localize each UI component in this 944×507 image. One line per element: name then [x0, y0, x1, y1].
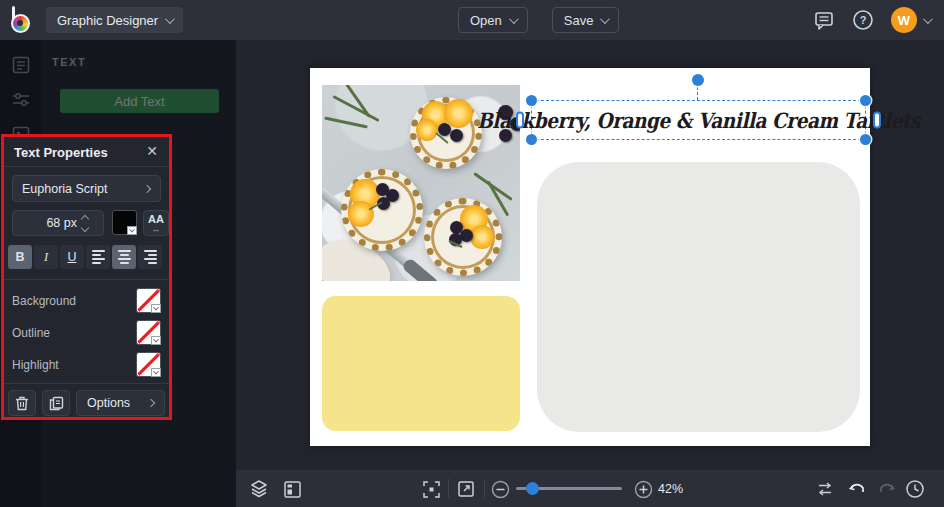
- delete-button[interactable]: [8, 390, 36, 416]
- compare-button[interactable]: [814, 478, 836, 500]
- plus-circle-icon: [634, 480, 653, 499]
- bold-button[interactable]: B: [8, 245, 32, 269]
- underline-button[interactable]: U: [60, 245, 84, 269]
- redo-button[interactable]: [876, 478, 898, 500]
- zoom-percentage: 42%: [658, 482, 683, 496]
- clock-icon: [905, 479, 925, 499]
- chevron-down-icon: [165, 14, 175, 24]
- outline-color-swatch[interactable]: [136, 320, 161, 345]
- copy-icon: [49, 396, 64, 411]
- befunky-logo-icon: [10, 6, 34, 34]
- text-properties-panel: Text Properties ✕ Euphoria Script AA ↔ B…: [1, 134, 172, 420]
- undo-button[interactable]: [846, 478, 868, 500]
- design-page[interactable]: Blackberry, Orange & Vanilla Cream Tartl…: [310, 68, 870, 446]
- italic-button[interactable]: I: [34, 245, 58, 269]
- resize-handle-nw[interactable]: [526, 95, 537, 106]
- question-icon: ?: [852, 9, 874, 31]
- font-name: Euphoria Script: [13, 182, 144, 196]
- avatar: W: [891, 7, 917, 33]
- text-content: Blackberry, Orange & Vanilla Cream Tartl…: [477, 108, 920, 133]
- layers-icon: [249, 479, 269, 499]
- swatch-dropdown: [151, 304, 161, 313]
- swatch-dropdown: [151, 368, 161, 377]
- svg-text:?: ?: [860, 14, 867, 26]
- close-icon[interactable]: ✕: [143, 142, 161, 160]
- font-size-stepper[interactable]: [82, 216, 88, 231]
- canvas-area[interactable]: Blackberry, Orange & Vanilla Cream Tartl…: [236, 40, 944, 470]
- align-right-icon: [144, 250, 157, 264]
- compare-arrows-icon: [815, 481, 835, 497]
- app-menu-button[interactable]: Graphic Designer: [46, 7, 183, 33]
- fit-screen-button[interactable]: [420, 478, 442, 500]
- history-button[interactable]: [904, 478, 926, 500]
- app-menu-label: Graphic Designer: [57, 13, 158, 28]
- background-label: Background: [12, 294, 76, 308]
- background-row: Background: [12, 288, 161, 313]
- letter-case-button[interactable]: AA ↔: [143, 210, 169, 236]
- text-color-swatch[interactable]: [112, 210, 137, 235]
- resize-handle-w[interactable]: [516, 112, 524, 129]
- fit-screen-icon: [422, 480, 441, 499]
- highlight-row: Highlight: [12, 352, 161, 377]
- font-size-input[interactable]: [13, 211, 77, 235]
- zoom-slider-knob[interactable]: [526, 482, 539, 495]
- chevron-down-icon: [600, 14, 610, 24]
- align-center-icon: [118, 250, 131, 264]
- minus-circle-icon: [491, 480, 510, 499]
- align-right-button[interactable]: [138, 245, 162, 269]
- swatch-dropdown: [151, 336, 161, 345]
- chat-icon: [813, 9, 835, 31]
- highlight-label: Highlight: [12, 358, 59, 372]
- rotation-handle[interactable]: [692, 74, 704, 86]
- options-button[interactable]: Options: [76, 390, 165, 416]
- highlight-color-swatch[interactable]: [136, 352, 161, 377]
- open-in-new-icon: [457, 480, 475, 498]
- bottom-toolbar: 42%: [236, 470, 944, 507]
- templates-button[interactable]: [281, 478, 303, 500]
- save-button[interactable]: Save: [552, 7, 620, 33]
- outline-label: Outline: [12, 326, 50, 340]
- resize-handle-ne[interactable]: [860, 95, 871, 106]
- yellow-rounded-rect[interactable]: [322, 296, 520, 431]
- layout-icon: [283, 480, 302, 499]
- stepper-up-icon: [81, 214, 89, 222]
- resize-handle-se[interactable]: [860, 134, 871, 145]
- duplicate-button[interactable]: [42, 390, 70, 416]
- undo-icon: [847, 480, 867, 498]
- topbar-right: ? W: [813, 0, 930, 40]
- font-size-field[interactable]: [12, 210, 104, 236]
- file-actions: Open Save: [458, 7, 619, 33]
- stepper-down-icon: [81, 223, 89, 231]
- gray-rounded-rect[interactable]: [537, 162, 860, 432]
- resize-handle-e[interactable]: [873, 112, 881, 129]
- chevron-down-icon: [923, 14, 933, 24]
- redo-icon: [877, 480, 897, 498]
- top-bar: Graphic Designer Open Save: [0, 0, 944, 40]
- text-style-bar: B I U: [8, 245, 162, 269]
- zoom-out-button[interactable]: [489, 478, 511, 500]
- outline-row: Outline: [12, 320, 161, 345]
- chevron-down-icon: [509, 14, 519, 24]
- resize-handle-sw[interactable]: [526, 134, 537, 145]
- zoom-in-button[interactable]: [632, 478, 654, 500]
- layers-button[interactable]: [248, 478, 270, 500]
- resize-view-button[interactable]: [455, 478, 477, 500]
- panel-header: Text Properties ✕: [4, 137, 169, 167]
- selected-text-element[interactable]: Blackberry, Orange & Vanilla Cream Tartl…: [531, 100, 866, 140]
- panel-header-title: Text Properties: [14, 145, 108, 160]
- align-center-button[interactable]: [112, 245, 136, 269]
- chevron-right-icon: [147, 399, 155, 407]
- trash-icon: [15, 396, 29, 411]
- panel-footer: Options: [8, 390, 165, 416]
- account-button[interactable]: W: [891, 7, 930, 33]
- spacing-arrow-icon: ↔: [152, 225, 161, 233]
- feedback-button[interactable]: [813, 9, 835, 31]
- help-button[interactable]: ?: [852, 9, 874, 31]
- background-color-swatch[interactable]: [136, 288, 161, 313]
- open-button[interactable]: Open: [458, 7, 528, 33]
- swatch-dropdown: [127, 226, 137, 235]
- zoom-slider[interactable]: [516, 487, 622, 490]
- font-family-selector[interactable]: Euphoria Script: [12, 175, 161, 202]
- align-left-icon: [92, 250, 105, 264]
- align-left-button[interactable]: [86, 245, 110, 269]
